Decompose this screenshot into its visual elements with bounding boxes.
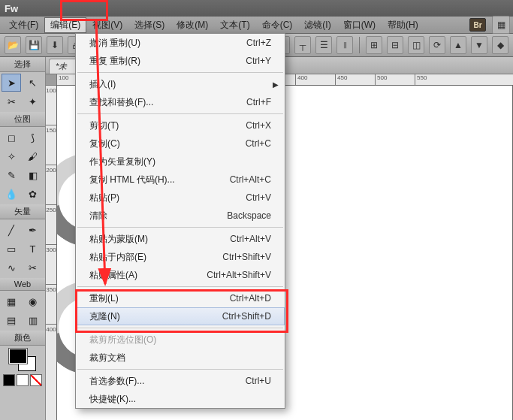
ruler-tick: 500 — [375, 74, 415, 85]
rotate-button[interactable]: ⟳ — [429, 36, 445, 54]
menu-item-label: 插入(I) — [89, 78, 271, 91]
panel-header-vector: 矢量 — [0, 204, 45, 219]
pencil-tool[interactable]: ✎ — [2, 166, 21, 184]
menu-item[interactable]: 修改(M) — [170, 17, 214, 33]
menu-separator — [77, 72, 283, 73]
menu-item-label: 粘贴(P) — [89, 192, 246, 204]
pen-tool[interactable]: ✒ — [23, 221, 43, 239]
menu-item[interactable]: 清除Backspace — [76, 207, 285, 225]
panel-header-bitmap: 位图 — [0, 112, 45, 127]
swap-colors[interactable] — [17, 374, 29, 386]
save-button[interactable]: 💾 — [26, 36, 42, 54]
line-tool[interactable]: ╱ — [2, 221, 21, 239]
magic-wand-tool[interactable]: ✧ — [2, 147, 21, 165]
document-tab[interactable]: *未 — [49, 59, 78, 74]
menu-item-label: 清除 — [89, 210, 227, 222]
menu-item[interactable]: 复制(C)Ctrl+C — [76, 134, 285, 153]
menu-item[interactable]: 重复 重制(R)Ctrl+Y — [76, 52, 285, 70]
crop-tool[interactable]: ✂ — [2, 92, 21, 110]
misc-button[interactable]: ◆ — [492, 36, 508, 54]
menu-item-label: 粘贴为蒙版(M) — [89, 233, 230, 246]
menu-item-shortcut: Ctrl+Alt+D — [230, 293, 271, 304]
hotspot-tool[interactable]: ◉ — [23, 292, 43, 310]
default-colors[interactable] — [3, 374, 15, 386]
app-window: Fw 文件(F)编辑(E)视图(V)选择(S)修改(M)文本(T)命令(C)滤镜… — [0, 0, 513, 420]
menu-item[interactable]: 查找和替换(F)...Ctrl+F — [76, 93, 285, 111]
blur-tool[interactable]: 💧 — [2, 185, 21, 203]
color-swatches[interactable] — [9, 349, 36, 371]
menu-item[interactable]: 插入(I)▶ — [76, 75, 285, 93]
menu-item[interactable]: 作为矢量复制(Y) — [76, 153, 285, 171]
import-button[interactable]: ⬇ — [47, 36, 63, 54]
menu-item-shortcut: Ctrl+X — [246, 120, 271, 131]
menu-item[interactable]: 选择(S) — [128, 17, 170, 33]
title-bar: Fw — [0, 0, 513, 17]
menu-item[interactable]: 重制(L)Ctrl+Alt+D — [76, 289, 285, 307]
back-button[interactable]: ▼ — [471, 36, 487, 54]
ruler-tick: 550 — [415, 74, 454, 85]
menu-item[interactable]: 剪切(T)Ctrl+X — [76, 116, 285, 134]
panel-header-color: 颜色 — [0, 331, 45, 346]
freeform-tool[interactable]: ∿ — [2, 258, 21, 276]
dist-v-button[interactable]: ⦀ — [336, 36, 353, 54]
menu-item-label: 撤消 重制(U) — [89, 37, 246, 50]
group-button[interactable]: ⊞ — [366, 36, 382, 54]
menu-item[interactable]: 复制 HTML 代码(H)...Ctrl+Alt+C — [76, 171, 285, 189]
ruler-tick: 150 — [46, 125, 56, 165]
menu-item[interactable]: 粘贴为蒙版(M)Ctrl+Alt+V — [76, 230, 285, 248]
dist-h-button[interactable]: ☰ — [315, 36, 332, 54]
menu-item[interactable]: 粘贴属性(A)Ctrl+Alt+Shift+V — [76, 266, 285, 284]
marquee-tool[interactable]: ◻ — [2, 128, 21, 147]
arrange-button[interactable]: ◫ — [408, 36, 424, 54]
no-color[interactable] — [30, 374, 42, 386]
panel-header-select: 选择 — [0, 57, 45, 72]
show-tool[interactable]: ▥ — [23, 311, 43, 329]
wand-tool[interactable]: ✦ — [23, 92, 43, 110]
menu-item[interactable]: 裁剪文档 — [76, 349, 285, 367]
menu-item[interactable]: 首选参数(F)...Ctrl+U — [76, 372, 285, 390]
menu-item[interactable]: 粘贴于内部(E)Ctrl+Shift+V — [76, 248, 285, 266]
menu-item[interactable]: 快捷键(K)... — [76, 390, 285, 408]
menu-item-label: 克隆(N) — [89, 310, 222, 323]
menu-item[interactable]: 文件(F) — [3, 17, 44, 33]
bridge-icon[interactable]: Br — [469, 18, 486, 32]
app-logo: Fw — [5, 3, 18, 14]
menu-item-shortcut: Ctrl+Shift+D — [222, 311, 271, 322]
eraser-tool[interactable]: ◧ — [23, 166, 43, 184]
menu-item[interactable]: 编辑(E) — [44, 17, 86, 33]
slice-tool[interactable]: ▦ — [2, 292, 21, 310]
brush-tool[interactable]: 🖌 — [23, 147, 43, 165]
menu-item[interactable]: 粘贴(P)Ctrl+V — [76, 189, 285, 207]
text-tool[interactable]: T — [23, 240, 43, 258]
stroke-color[interactable] — [9, 349, 27, 364]
menu-separator — [77, 227, 283, 228]
menu-item[interactable]: 滤镜(I) — [298, 17, 336, 33]
align-b-button[interactable]: ┬ — [294, 36, 311, 54]
menu-item[interactable]: 命令(C) — [256, 17, 299, 33]
open-button[interactable]: 📂 — [5, 36, 21, 54]
stamp-tool[interactable]: ✿ — [23, 185, 43, 203]
menu-item[interactable]: 文本(T) — [214, 17, 255, 33]
ruler-tick: 300 — [46, 244, 56, 284]
menu-item[interactable]: 视图(V) — [86, 17, 128, 33]
menu-item[interactable]: 撤消 重制(U)Ctrl+Z — [76, 34, 285, 52]
menu-item-shortcut: Ctrl+V — [246, 192, 271, 203]
menu-item[interactable]: 克隆(N)Ctrl+Shift+D — [76, 307, 285, 325]
ruler-tick: 100 — [46, 85, 56, 125]
knife-tool[interactable]: ✂ — [23, 258, 43, 276]
menu-item-label: 首选参数(F)... — [89, 375, 246, 388]
pointer-tool[interactable]: ➤ — [2, 74, 21, 92]
workspace-switcher-icon[interactable]: ▦ — [492, 16, 510, 34]
front-button[interactable]: ▲ — [450, 36, 466, 54]
subselect-tool[interactable]: ↖ — [23, 74, 43, 92]
menu-item: 裁剪所选位图(O) — [76, 331, 285, 349]
menu-item-label: 裁剪文档 — [89, 352, 271, 364]
menu-item-shortcut: Ctrl+Z — [246, 38, 271, 48]
ungroup-button[interactable]: ⊟ — [387, 36, 403, 54]
rect-tool[interactable]: ▭ — [2, 240, 21, 258]
menu-item[interactable]: 窗口(W) — [337, 17, 382, 33]
menu-item[interactable]: 帮助(H) — [382, 17, 424, 33]
hide-tool[interactable]: ▤ — [2, 311, 21, 329]
lasso-tool[interactable]: ⟆ — [23, 128, 43, 147]
ruler-tick: 250 — [46, 204, 56, 244]
